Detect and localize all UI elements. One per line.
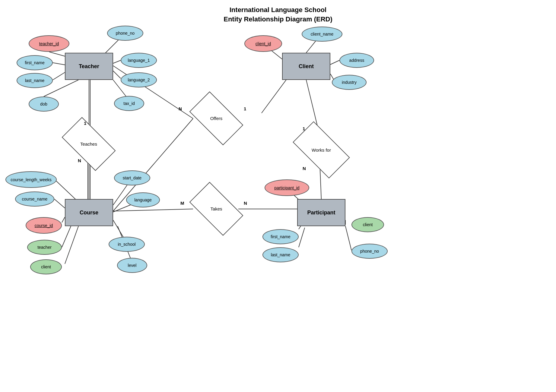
works-1-cardinality: 1 [303,126,305,131]
last-name-teacher-attr: last_name [17,73,53,88]
svg-line-21 [299,228,305,247]
teaches-n-cardinality: N [78,158,81,163]
offers-relationship: Offers [192,104,240,133]
teacher-entity: Teacher [65,53,113,80]
first-name-teacher-attr: first_name [17,55,53,70]
language-course-attr: language [126,192,160,207]
works-n-cardinality: N [303,166,306,171]
svg-line-5 [113,60,121,63]
language-1-attr: language_1 [121,53,157,68]
phone-no-teacher-attr: phone_no [107,26,143,41]
level-attr: level [117,258,147,273]
course-length-attr: course_length_weeks [5,171,57,188]
phone-no-participant-attr: phone_no [351,244,388,259]
svg-line-23 [345,226,351,250]
industry-attr: industry [332,75,367,90]
client-name-attr: client_name [302,27,342,42]
teaches-1-cardinality: 1 [84,121,86,126]
offers-n-cardinality: N [179,106,182,111]
takes-relationship: Takes [192,194,240,223]
teacher-id-attr: teacher_id [29,35,69,52]
svg-line-25 [54,199,65,208]
in-school-attr: in_school [109,237,145,252]
svg-line-2 [53,63,65,65]
svg-line-27 [62,226,71,247]
svg-line-33 [113,209,193,211]
client-entity: Client [282,53,330,80]
client-course-attr: client [30,259,62,274]
address-attr: address [339,53,374,68]
diagram-title: International Language School Entity Rel… [0,0,556,24]
takes-n-cardinality: N [244,201,247,206]
tax-id-attr: tax_id [114,96,144,111]
takes-m-cardinality: M [180,201,184,206]
svg-line-26 [62,217,65,223]
client-participant-attr: client [351,217,384,232]
course-name-attr: course_name [15,191,54,207]
offers-1-cardinality: 1 [244,106,246,111]
teaches-relationship: Teaches [65,130,113,158]
dob-attr: dob [29,96,59,112]
participant-id-attr: participant_id [265,179,309,196]
course-id-attr: course_id [26,217,62,234]
works-for-relationship: Works for [296,135,347,165]
diagram-container: International Language School Entity Rel… [0,0,556,392]
teacher-course-attr: teacher [27,240,62,255]
svg-line-28 [65,226,78,264]
last-name-participant-attr: last_name [262,247,299,262]
svg-line-6 [113,71,121,78]
svg-line-3 [53,72,65,80]
course-entity: Course [65,199,113,226]
svg-line-14 [330,60,339,65]
client-id-attr: client_id [244,35,282,52]
start-date-attr: start_date [114,170,150,185]
first-name-participant-attr: first_name [262,229,299,244]
participant-entity: Participant [297,199,345,226]
language-2-attr: language_2 [121,72,157,87]
